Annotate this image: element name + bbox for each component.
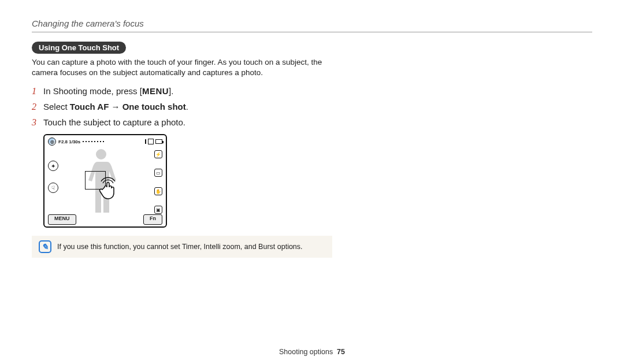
note-icon: ✎ (39, 240, 51, 253)
step-1: In Shooting mode, press [MENU]. (32, 85, 592, 97)
cam-fn-button: Fn (143, 214, 162, 225)
step1-pre: In Shooting mode, press [ (43, 86, 142, 96)
camera-right-icons: ⚡ ▭ ✋ ▣ (154, 150, 162, 214)
aperture-shutter-label: F2.8 1/30s (58, 139, 80, 144)
footer-label: Shooting options (279, 348, 333, 356)
step2-pre: Select (43, 102, 70, 112)
page-header: Changing the camera's focus (32, 18, 592, 32)
cam-menu-button: MENU (48, 214, 76, 225)
battery-icon (155, 139, 162, 144)
steps-list: In Shooting mode, press [MENU]. Select T… (32, 85, 592, 128)
step1-post: ]. (169, 86, 173, 96)
ev-scale-icon (83, 139, 106, 144)
page-footer: Shooting options 75 (0, 348, 624, 356)
smart-mode-icon: ✦ (48, 161, 58, 171)
mode-icon: ◎ (48, 138, 56, 146)
stabilizer-icon: ✋ (154, 187, 162, 195)
footer-page-number: 75 (337, 348, 345, 356)
camera-bottom-bar: MENU Fn (48, 214, 162, 225)
step2-onetouch: One touch shot (122, 102, 186, 112)
camera-left-icons: ✦ ☟ (48, 161, 58, 193)
flash-icon: ⚡ (154, 150, 162, 158)
metering-icon: ▣ (154, 206, 162, 214)
arrow-icon: → (109, 102, 122, 112)
menu-glyph: MENU (142, 86, 169, 96)
touch-hand-icon (96, 176, 122, 201)
sd-card-icon (148, 139, 154, 144)
note-text: If you use this function, you cannot set… (57, 243, 303, 251)
camera-top-bar: ◎ F2.8 1/30s (48, 138, 162, 146)
intro-text: You can capture a photo with the touch o… (32, 57, 332, 78)
step2-post: . (186, 102, 188, 112)
touch-icon: ☟ (48, 183, 58, 193)
note-box: ✎ If you use this function, you cannot s… (32, 236, 332, 258)
step-2: Select Touch AF → One touch shot. (32, 101, 592, 113)
step-3: Touch the subject to capture a photo. (32, 116, 592, 128)
section-pill: Using One Touch Shot (32, 42, 126, 54)
indicator-dot (145, 139, 146, 144)
step2-touchaf: Touch AF (70, 102, 109, 112)
size-icon: ▭ (154, 169, 162, 177)
camera-screen-illustration: ◎ F2.8 1/30s ✦ ☟ ⚡ ▭ ✋ ▣ (43, 134, 167, 228)
